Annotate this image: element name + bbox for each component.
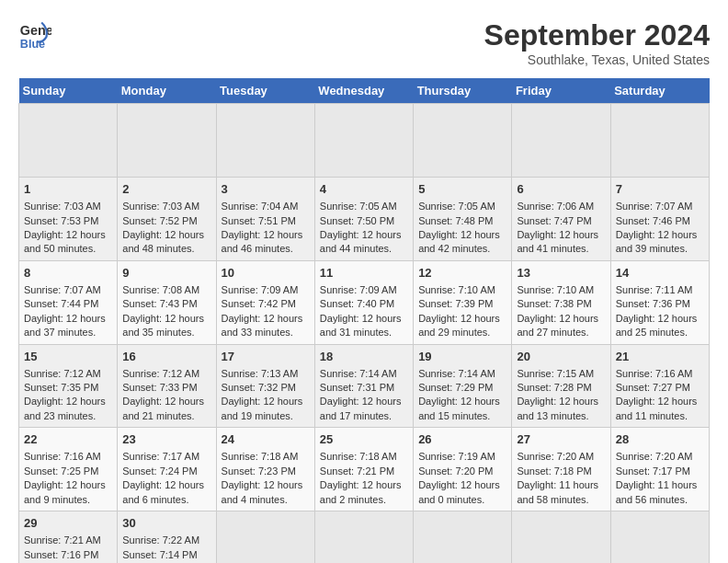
cell-info: and 23 minutes. (24, 409, 112, 423)
cell-info: Sunset: 7:43 PM (122, 297, 210, 311)
svg-text:Blue: Blue (20, 38, 45, 51)
calendar-cell (414, 511, 512, 564)
calendar-cell (512, 511, 610, 564)
day-number: 14 (616, 265, 704, 282)
cell-info: Sunrise: 7:18 AM (320, 450, 408, 464)
calendar-cell: 24Sunrise: 7:18 AMSunset: 7:23 PMDayligh… (216, 428, 314, 511)
cell-info: Sunset: 7:51 PM (222, 214, 310, 228)
col-friday: Friday (512, 78, 610, 104)
cell-info: and 35 minutes. (122, 326, 210, 339)
day-number: 4 (320, 181, 408, 198)
day-number: 7 (616, 181, 704, 198)
cell-info: Sunrise: 7:13 AM (222, 367, 310, 381)
calendar-cell: 30Sunrise: 7:22 AMSunset: 7:14 PMDayligh… (118, 511, 216, 564)
calendar-cell: 3Sunrise: 7:04 AMSunset: 7:51 PMDaylight… (216, 178, 314, 261)
day-number: 25 (320, 431, 408, 448)
col-wednesday: Wednesday (314, 78, 413, 104)
day-number: 17 (222, 349, 310, 365)
calendar-cell: 21Sunrise: 7:16 AMSunset: 7:27 PMDayligh… (610, 344, 709, 428)
cell-info: Sunrise: 7:20 AM (517, 450, 605, 464)
cell-info: Sunrise: 7:10 AM (517, 283, 605, 297)
col-saturday: Saturday (610, 78, 709, 104)
cell-info: Sunset: 7:14 PM (122, 548, 210, 562)
calendar-cell: 27Sunrise: 7:20 AMSunset: 7:18 PMDayligh… (512, 428, 610, 511)
cell-info: Daylight: 11 hours (616, 478, 704, 492)
cell-info: Sunrise: 7:14 AM (418, 367, 506, 381)
cell-info: Sunset: 7:28 PM (517, 381, 605, 395)
cell-info: Sunrise: 7:09 AM (320, 283, 408, 297)
cell-info: Sunset: 7:25 PM (24, 465, 112, 478)
cell-info: Daylight: 12 hours (122, 228, 210, 242)
cell-info: Sunset: 7:18 PM (517, 465, 605, 478)
calendar-row: 8Sunrise: 7:07 AMSunset: 7:44 PMDaylight… (19, 260, 710, 344)
cell-info: Sunset: 7:33 PM (122, 381, 210, 395)
calendar-cell: 22Sunrise: 7:16 AMSunset: 7:25 PMDayligh… (19, 428, 118, 511)
cell-info: Daylight: 12 hours (122, 395, 210, 408)
cell-info: Sunrise: 7:12 AM (24, 367, 112, 381)
cell-info: Sunrise: 7:22 AM (122, 534, 210, 547)
cell-info: Sunrise: 7:10 AM (418, 283, 506, 297)
day-number: 19 (418, 349, 506, 365)
day-number: 5 (418, 181, 506, 198)
cell-info: Sunset: 7:35 PM (24, 381, 112, 395)
cell-info: Sunrise: 7:06 AM (517, 200, 605, 213)
cell-info: and 58 minutes. (517, 493, 605, 507)
cell-info: Sunrise: 7:11 AM (616, 283, 704, 297)
day-number: 24 (222, 431, 310, 448)
cell-info: Daylight: 12 hours (320, 228, 408, 242)
calendar-cell: 6Sunrise: 7:06 AMSunset: 7:47 PMDaylight… (512, 178, 610, 261)
calendar-cell: 26Sunrise: 7:19 AMSunset: 7:20 PMDayligh… (414, 428, 512, 511)
cell-info: Daylight: 12 hours (222, 395, 310, 408)
cell-info: Sunset: 7:20 PM (418, 465, 506, 478)
cell-info: Daylight: 12 hours (616, 395, 704, 408)
col-monday: Monday (118, 78, 216, 104)
cell-info: Sunset: 7:42 PM (222, 297, 310, 311)
cell-info: Sunrise: 7:15 AM (517, 367, 605, 381)
cell-info: and 19 minutes. (222, 409, 310, 423)
cell-info: Sunrise: 7:05 AM (418, 200, 506, 213)
cell-info: Sunrise: 7:05 AM (320, 200, 408, 213)
cell-info: Sunset: 7:32 PM (222, 381, 310, 395)
cell-info: Daylight: 12 hours (320, 478, 408, 492)
cell-info: Sunset: 7:21 PM (320, 465, 408, 478)
col-tuesday: Tuesday (216, 78, 314, 104)
day-number: 16 (122, 349, 210, 365)
cell-info: Sunrise: 7:08 AM (122, 283, 210, 297)
calendar-cell (314, 104, 413, 178)
cell-info: Sunrise: 7:12 AM (122, 367, 210, 381)
calendar-cell: 11Sunrise: 7:09 AMSunset: 7:40 PMDayligh… (314, 260, 413, 344)
cell-info: Sunset: 7:40 PM (320, 297, 408, 311)
day-number: 2 (122, 181, 210, 198)
day-number: 29 (24, 515, 112, 532)
calendar-cell: 28Sunrise: 7:20 AMSunset: 7:17 PMDayligh… (610, 428, 709, 511)
cell-info: Sunrise: 7:18 AM (222, 450, 310, 464)
cell-info: Sunset: 7:29 PM (418, 381, 506, 395)
calendar-cell: 13Sunrise: 7:10 AMSunset: 7:38 PMDayligh… (512, 260, 610, 344)
cell-info: Sunrise: 7:16 AM (24, 450, 112, 464)
cell-info: Sunset: 7:48 PM (418, 214, 506, 228)
cell-info: Sunrise: 7:07 AM (24, 283, 112, 297)
day-number: 6 (517, 181, 605, 198)
cell-info: Daylight: 12 hours (517, 395, 605, 408)
calendar-cell: 15Sunrise: 7:12 AMSunset: 7:35 PMDayligh… (19, 344, 118, 428)
cell-info: Sunset: 7:52 PM (122, 214, 210, 228)
calendar-cell: 1Sunrise: 7:03 AMSunset: 7:53 PMDaylight… (19, 178, 118, 261)
cell-info: Sunrise: 7:07 AM (616, 200, 704, 213)
cell-info: Sunrise: 7:03 AM (24, 200, 112, 213)
day-number: 13 (517, 265, 605, 282)
cell-info: Sunrise: 7:16 AM (616, 367, 704, 381)
cell-info: Sunset: 7:38 PM (517, 297, 605, 311)
day-number: 20 (517, 349, 605, 365)
calendar-row: 1Sunrise: 7:03 AMSunset: 7:53 PMDaylight… (19, 178, 710, 261)
calendar-cell (314, 511, 413, 564)
cell-info: Daylight: 12 hours (24, 312, 112, 326)
page-header: General Blue September 2024 Southlake, T… (18, 18, 710, 67)
cell-info: Sunrise: 7:14 AM (320, 367, 408, 381)
cell-info: Daylight: 12 hours (418, 395, 506, 408)
cell-info: and 29 minutes. (418, 326, 506, 339)
cell-info: and 41 minutes. (517, 242, 605, 256)
cell-info: Daylight: 12 hours (222, 228, 310, 242)
title-block: September 2024 Southlake, Texas, United … (484, 18, 710, 67)
cell-info: and 6 minutes. (122, 493, 210, 507)
calendar-row (19, 104, 710, 178)
